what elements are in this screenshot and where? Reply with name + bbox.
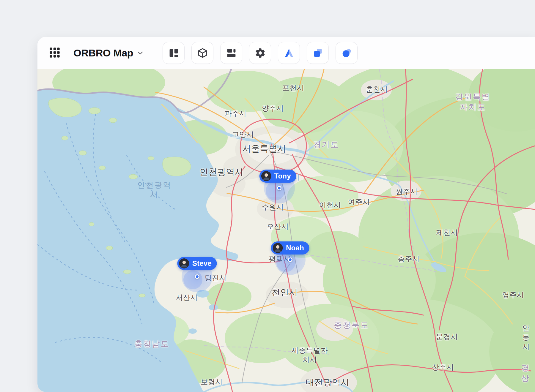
- toolbar-button-group: [163, 42, 358, 64]
- person-avatar: [179, 258, 189, 268]
- app-title: ORBRO Map: [73, 47, 133, 59]
- person-location-dot[interactable]: [277, 186, 281, 190]
- toolbar-divider: [63, 45, 63, 60]
- toolbar: ORBRO Map: [37, 37, 535, 69]
- map-title-dropdown[interactable]: ORBRO Map: [73, 47, 144, 59]
- assets-button[interactable]: [278, 42, 300, 64]
- gear-icon: [255, 48, 266, 59]
- chevron-down-icon: [137, 49, 144, 56]
- layout-panels-button[interactable]: [220, 42, 242, 64]
- person-name-label: Tony: [274, 172, 291, 180]
- person-avatar: [261, 171, 271, 181]
- settings-button[interactable]: [249, 42, 271, 64]
- person-name-label: Steve: [192, 259, 212, 268]
- view-3d-button[interactable]: [191, 42, 213, 64]
- overlapping-squares-icon: [312, 48, 323, 59]
- app-window: ORBRO Map: [37, 37, 535, 392]
- panels-layout-icon: [226, 48, 237, 59]
- triangle-a-icon: [284, 48, 295, 59]
- overlapping-circles-icon: [341, 48, 352, 59]
- kanban-layout-icon: [168, 48, 179, 59]
- person-location-dot[interactable]: [195, 274, 199, 279]
- person-location-dot[interactable]: [288, 257, 292, 262]
- map-graphic: [37, 69, 535, 392]
- person-name-label: Noah: [286, 244, 304, 252]
- apps-grid-button[interactable]: [46, 45, 63, 61]
- grid-menu-icon: [49, 47, 61, 59]
- person-avatar: [273, 243, 283, 253]
- zones-button[interactable]: [307, 42, 329, 64]
- map-viewport[interactable]: 포천시춘천시강원특별 자치도양주시파주시고양시경기도서울특별시인천광역시용인시인…: [37, 69, 535, 392]
- person-marker-tony[interactable]: Tony: [259, 170, 296, 183]
- person-marker-noah[interactable]: Noah: [271, 241, 309, 255]
- person-marker-steve[interactable]: Steve: [177, 257, 217, 270]
- toolbar-divider: [154, 45, 154, 60]
- layout-kanban-button[interactable]: [163, 42, 185, 64]
- cube-3d-icon: [197, 48, 208, 59]
- people-tracking-button[interactable]: [336, 42, 358, 64]
